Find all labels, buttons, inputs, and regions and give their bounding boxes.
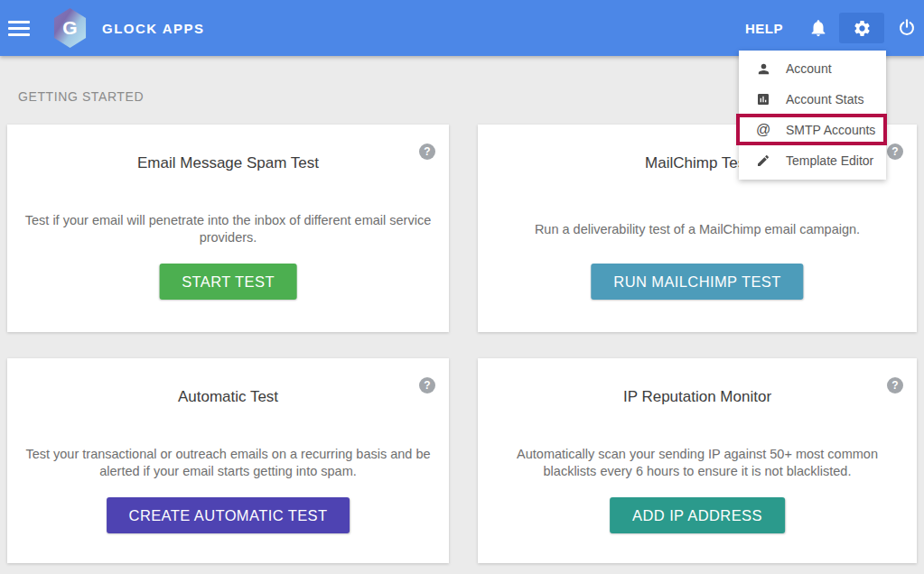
brand-title: GLOCK APPS (102, 21, 205, 36)
menu-item-template-editor[interactable]: Template Editor (739, 145, 886, 176)
start-test-button[interactable]: START TEST (159, 264, 297, 300)
help-link[interactable]: HELP (745, 21, 783, 36)
card-title: Email Message Spam Test (7, 154, 449, 172)
hamburger-menu-icon[interactable] (8, 21, 30, 36)
help-icon[interactable]: ? (419, 144, 435, 160)
glockapps-logo: G (52, 8, 88, 48)
power-icon (897, 18, 917, 38)
navbar-actions: HELP (745, 0, 924, 56)
notifications-bell-icon[interactable] (808, 18, 828, 38)
settings-dropdown-menu: Account Account Stats @ SMTP Accounts Te… (739, 51, 886, 180)
menu-item-label: Account Stats (786, 92, 863, 106)
logo-letter: G (62, 17, 77, 39)
card-description: Automatically scan your sending IP again… (492, 446, 903, 480)
card-ip-reputation-monitor: ? IP Reputation Monitor Automatically sc… (478, 358, 917, 563)
menu-item-label: Template Editor (786, 153, 873, 168)
menu-item-smtp-accounts[interactable]: @ SMTP Accounts (739, 115, 886, 145)
top-navbar: G GLOCK APPS HELP (0, 0, 924, 56)
section-title: GETTING STARTED (18, 89, 144, 104)
pencil-icon (754, 153, 772, 168)
card-description: Test if your email will penetrate into t… (23, 212, 434, 246)
logout-power-icon[interactable] (897, 18, 917, 38)
add-ip-address-button[interactable]: ADD IP ADDRESS (610, 497, 785, 533)
card-automatic-test: ? Automatic Test Test your transactional… (7, 358, 449, 563)
create-automatic-test-button[interactable]: CREATE AUTOMATIC TEST (107, 497, 350, 533)
help-icon[interactable]: ? (887, 377, 903, 393)
run-mailchimp-test-button[interactable]: RUN MAILCHIMP TEST (591, 264, 803, 300)
menu-item-account-stats[interactable]: Account Stats (739, 84, 886, 115)
menu-item-label: SMTP Accounts (786, 123, 875, 137)
gear-icon (853, 19, 872, 38)
help-icon[interactable]: ? (419, 377, 435, 393)
card-description: Run a deliverability test of a MailChimp… (535, 221, 860, 238)
menu-item-account[interactable]: Account (739, 53, 886, 84)
bell-icon (808, 18, 828, 38)
card-title: Automatic Test (7, 388, 449, 406)
menu-item-label: Account (786, 61, 832, 76)
help-icon[interactable]: ? (887, 144, 903, 160)
card-title: IP Reputation Monitor (478, 388, 917, 406)
bar-chart-icon (754, 92, 772, 106)
user-icon (754, 61, 772, 77)
settings-gear-button[interactable] (839, 13, 884, 43)
card-email-spam-test: ? Email Message Spam Test Test if your e… (7, 125, 449, 332)
card-description: Test your transactional or outreach emai… (23, 446, 434, 480)
at-icon: @ (754, 122, 772, 138)
